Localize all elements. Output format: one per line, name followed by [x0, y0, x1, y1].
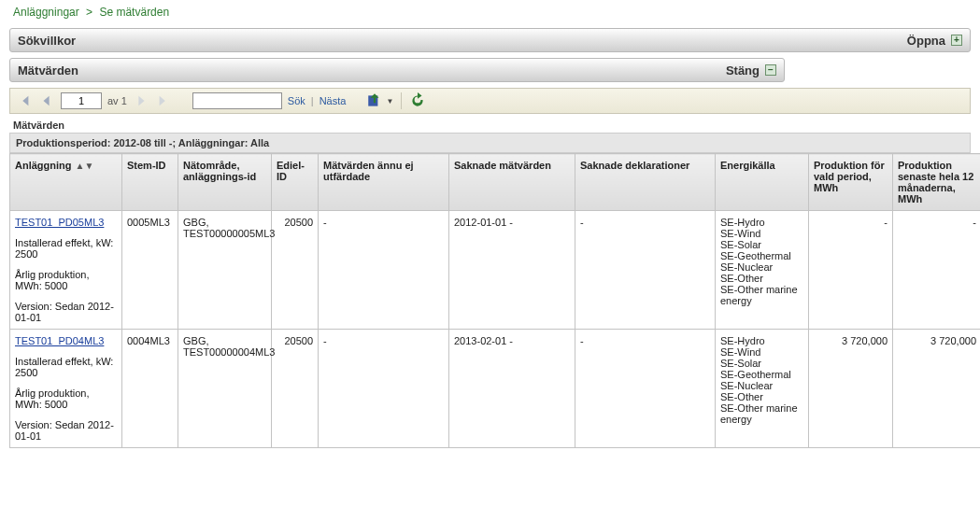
anlaggning-detail: Installerad effekt, kW: 2500 [15, 356, 117, 378]
breadcrumb: Anläggningar > Se mätvärden [9, 6, 971, 19]
col-produktion-period[interactable]: Produktion för vald period, MWh [809, 154, 893, 211]
anlaggning-detail: Årlig produktion, MWh: 5000 [15, 387, 117, 410]
report-toolbar: av 1 Sök | Nästa ▼ [9, 88, 971, 114]
expand-icon[interactable]: + [951, 35, 962, 46]
export-dropdown[interactable]: ▼ [386, 97, 393, 106]
panel-title: Sökvillkor [18, 34, 76, 48]
col-anlaggning[interactable]: Anläggning▲▼ [10, 154, 122, 211]
page-of-label: av 1 [107, 95, 127, 106]
prev-page-button[interactable] [38, 92, 55, 109]
cell-saknade-matvarden: 2012-01-01 - [449, 211, 575, 330]
col-saknade-deklarationer[interactable]: Saknade deklarationer [575, 154, 716, 211]
filter-summary: Produktionsperiod: 2012-08 till -; Anläg… [9, 133, 971, 153]
col-stemid[interactable]: Stem-ID [122, 154, 178, 211]
col-energikalla[interactable]: Energikälla [716, 154, 809, 211]
cell-produktion-period: 3 720,000 [809, 330, 893, 448]
anlaggning-detail: Årlig produktion, MWh: 5000 [15, 269, 117, 291]
panel-action-label: Öppna [907, 34, 945, 48]
anlaggning-link[interactable]: TEST01_PD05ML3 [15, 217, 104, 228]
cell-matvarden-ej: - [319, 330, 449, 448]
breadcrumb-current: Se mätvärden [99, 6, 169, 19]
cell-matvarden-ej: - [319, 211, 449, 330]
last-page-button[interactable] [155, 92, 172, 109]
table-row: TEST01_PD05ML3Installerad effekt, kW: 25… [10, 211, 981, 330]
cell-edielid: 20500 [272, 330, 319, 448]
panel-action-label: Stäng [726, 63, 760, 77]
matvarden-table: Anläggning▲▼ Stem-ID Nätområde, anläggni… [9, 153, 980, 448]
page-input[interactable] [61, 92, 102, 109]
col-produktion-12m[interactable]: Produktion senaste hela 12 månaderna, MW… [893, 154, 981, 211]
anlaggning-detail: Version: Sedan 2012-01-01 [15, 301, 117, 323]
next-page-button[interactable] [133, 92, 149, 109]
cell-natomrade: GBG, TEST00000005ML3 [178, 211, 272, 330]
export-icon[interactable] [366, 92, 383, 109]
panel-sokvillkor[interactable]: Sökvillkor Öppna + [9, 28, 971, 52]
col-natomrade[interactable]: Nätområde, anläggnings-id [178, 154, 272, 211]
toolbar-divider [401, 92, 402, 109]
sort-icon: ▲▼ [76, 161, 94, 171]
cell-saknade-matvarden: 2013-02-01 - [449, 330, 575, 448]
cell-natomrade: GBG, TEST00000004ML3 [178, 330, 272, 448]
cell-saknade-deklarationer: - [575, 211, 716, 330]
col-edielid[interactable]: Ediel-ID [272, 154, 319, 211]
anlaggning-detail: Version: Sedan 2012-01-01 [15, 419, 117, 442]
anlaggning-detail: Installerad effekt, kW: 2500 [15, 237, 117, 260]
next-result-button[interactable]: Nästa [320, 95, 347, 106]
col-matvarden-ej[interactable]: Mätvärden ännu ej utfärdade [319, 154, 449, 211]
cell-energikalla: SE-Hydro SE-Wind SE-Solar SE-Geothermal … [716, 211, 809, 330]
cell-stemid: 0004ML3 [122, 330, 178, 448]
col-saknade-matvarden[interactable]: Saknade mätvärden [449, 154, 575, 211]
cell-energikalla: SE-Hydro SE-Wind SE-Solar SE-Geothermal … [716, 330, 809, 448]
panel-matvarden[interactable]: Mätvärden Stäng − [9, 58, 785, 82]
cell-produktion-12m: - [893, 211, 981, 330]
cell-produktion-period: - [809, 211, 893, 330]
search-button[interactable]: Sök [288, 95, 305, 106]
cell-stemid: 0005ML3 [122, 211, 178, 330]
table-row: TEST01_PD04ML3Installerad effekt, kW: 25… [10, 330, 981, 448]
collapse-icon[interactable]: − [765, 64, 776, 76]
breadcrumb-sep: > [86, 6, 92, 19]
cell-edielid: 20500 [272, 211, 319, 330]
search-input[interactable] [192, 92, 282, 109]
cell-saknade-deklarationer: - [575, 330, 716, 448]
section-heading: Mätvärden [9, 114, 971, 133]
toolbar-separator: | [311, 95, 314, 106]
refresh-icon[interactable] [409, 92, 426, 109]
first-page-button[interactable] [16, 92, 33, 109]
breadcrumb-root[interactable]: Anläggningar [13, 6, 79, 19]
anlaggning-link[interactable]: TEST01_PD04ML3 [15, 335, 104, 346]
panel-title: Mätvärden [18, 63, 78, 77]
cell-produktion-12m: 3 720,000 [893, 330, 981, 448]
